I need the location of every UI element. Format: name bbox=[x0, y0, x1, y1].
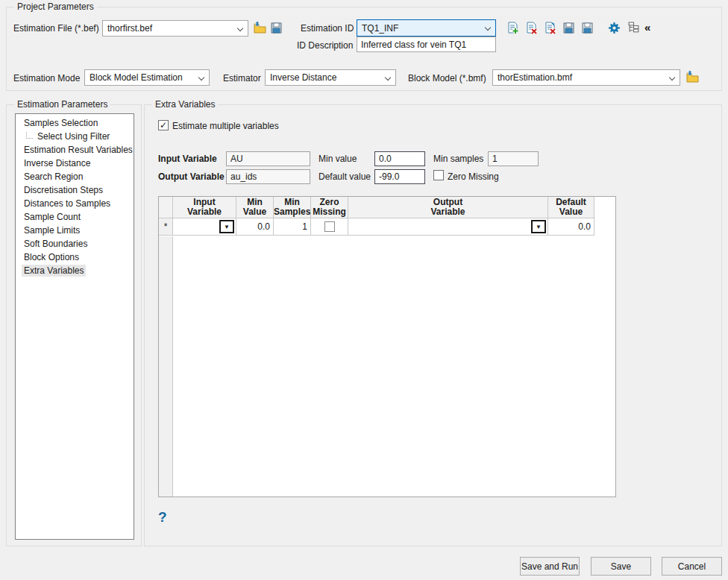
chevron-down-icon bbox=[385, 75, 391, 81]
estimation-file-label: Estimation File (*.bef) bbox=[13, 23, 99, 34]
save-estimation-copy-icon[interactable] bbox=[581, 22, 594, 34]
open-estimation-file-folder-icon[interactable] bbox=[254, 22, 266, 34]
output-variable-field[interactable]: au_ids bbox=[226, 169, 310, 184]
col-header-selector[interactable] bbox=[159, 197, 173, 218]
estimation-id-combo[interactable]: TQ1_INF bbox=[357, 19, 496, 37]
save-and-run-button[interactable]: Save and Run bbox=[520, 557, 580, 576]
chevron-down-icon bbox=[198, 75, 204, 81]
param-item-extra-variables[interactable]: Extra Variables bbox=[16, 264, 134, 277]
output-variable-label: Output Variable bbox=[158, 171, 225, 183]
param-item-discretisation-steps[interactable]: Discretisation Steps bbox=[16, 183, 134, 197]
open-block-model-folder-icon[interactable] bbox=[686, 71, 699, 83]
param-item-distances-to-samples[interactable]: Distances to Samples bbox=[16, 197, 134, 210]
zero-missing-label: Zero Missing bbox=[448, 171, 499, 183]
col-header-zero-missing[interactable]: Zero Missing bbox=[311, 197, 348, 218]
collapse-panel-icon[interactable]: « bbox=[644, 21, 650, 34]
row-default-value-cell[interactable]: 0.0 bbox=[548, 218, 594, 236]
min-value-label: Min value bbox=[318, 154, 357, 165]
chevron-down-icon bbox=[237, 25, 243, 31]
tree-branch-icon bbox=[26, 132, 33, 139]
table-row: * ▼ 0.0 1 ▼ 0.0 bbox=[159, 218, 615, 236]
check-icon: ✓ bbox=[160, 121, 167, 130]
param-item-estimation-result-variables[interactable]: Estimation Result Variables bbox=[16, 143, 134, 157]
col-header-min-value[interactable]: Min Value bbox=[236, 197, 274, 218]
param-item-sample-count[interactable]: Sample Count bbox=[16, 210, 134, 224]
row-zero-missing-cell[interactable] bbox=[311, 218, 348, 236]
chevron-down-icon bbox=[669, 75, 675, 81]
default-value-label: Default value bbox=[318, 171, 371, 183]
row-selector-column bbox=[159, 236, 173, 497]
tree-view-icon[interactable] bbox=[627, 22, 640, 34]
estimation-id-value: TQ1_INF bbox=[362, 23, 398, 34]
param-item-block-options[interactable]: Block Options bbox=[16, 250, 134, 264]
param-item-samples-selection[interactable]: Samples Selection bbox=[16, 116, 134, 130]
row-min-value-cell[interactable]: 0.0 bbox=[236, 218, 274, 236]
dropdown-button-icon[interactable]: ▼ bbox=[531, 220, 546, 233]
col-header-input-variable[interactable]: Input Variable bbox=[173, 197, 236, 218]
estimation-file-value: thorfirst.bef bbox=[107, 23, 152, 34]
zero-missing-checkbox[interactable] bbox=[433, 170, 444, 180]
id-description-field[interactable]: Inferred class for vein TQ1 bbox=[357, 37, 496, 52]
save-button[interactable]: Save bbox=[591, 557, 651, 576]
save-estimation-file-icon[interactable] bbox=[270, 22, 283, 34]
col-header-output-variable[interactable]: Output Variable bbox=[348, 197, 548, 218]
row-min-samples-cell[interactable]: 1 bbox=[274, 218, 311, 236]
param-item-select-using-filter[interactable]: Select Using Filter bbox=[16, 130, 134, 143]
delete-all-estimations-icon[interactable] bbox=[544, 22, 556, 34]
extra-variables-table: Input Variable Min Value Min Samples Zer… bbox=[158, 196, 616, 497]
estimate-multiple-variables-label: Estimate multiple variables bbox=[172, 121, 279, 132]
default-value-field[interactable]: -99.0 bbox=[374, 169, 425, 184]
new-estimation-icon[interactable] bbox=[506, 22, 519, 34]
param-item-soft-boundaries[interactable]: Soft Boundaries bbox=[16, 237, 134, 250]
chevron-down-icon bbox=[485, 25, 491, 31]
delete-estimation-icon[interactable] bbox=[525, 22, 538, 34]
block-model-value: thorEstimation.bmf bbox=[498, 72, 572, 83]
estimation-mode-combo[interactable]: Block Model Estimation bbox=[84, 69, 210, 86]
row-output-variable-cell[interactable]: ▼ bbox=[348, 218, 548, 236]
param-item-search-region[interactable]: Search Region bbox=[16, 170, 134, 183]
extra-variables-group: Extra Variables ✓ Estimate multiple vari… bbox=[144, 104, 722, 546]
input-variable-field[interactable]: AU bbox=[226, 151, 310, 166]
estimation-file-combo[interactable]: thorfirst.bef bbox=[102, 20, 248, 37]
estimate-multiple-variables-checkbox[interactable]: ✓ bbox=[158, 120, 169, 130]
param-item-inverse-distance[interactable]: Inverse Distance bbox=[16, 157, 134, 170]
min-samples-label: Min samples bbox=[433, 154, 483, 165]
min-value-field[interactable]: 0.0 bbox=[374, 151, 425, 166]
input-variable-label: Input Variable bbox=[158, 154, 217, 165]
settings-gear-icon[interactable] bbox=[608, 22, 621, 34]
estimator-value: Inverse Distance bbox=[270, 72, 336, 83]
extra-variables-group-label: Extra Variables bbox=[152, 99, 218, 110]
col-header-min-samples[interactable]: Min Samples bbox=[274, 197, 311, 218]
estimator-combo[interactable]: Inverse Distance bbox=[265, 69, 396, 86]
table-header-row: Input Variable Min Value Min Samples Zer… bbox=[159, 197, 615, 218]
block-model-combo[interactable]: thorEstimation.bmf bbox=[492, 69, 680, 86]
help-icon[interactable]: ? bbox=[158, 509, 167, 526]
block-model-label: Block Model (*.bmf) bbox=[408, 73, 486, 84]
cancel-button[interactable]: Cancel bbox=[662, 557, 722, 576]
estimation-mode-label: Estimation Mode bbox=[13, 73, 80, 84]
col-header-default-value[interactable]: Default Value bbox=[548, 197, 594, 218]
id-description-label: ID Description bbox=[297, 40, 353, 51]
row-selector-cell[interactable]: * bbox=[159, 218, 173, 236]
dropdown-button-icon[interactable]: ▼ bbox=[219, 220, 234, 233]
min-samples-field[interactable]: 1 bbox=[488, 151, 539, 166]
zero-missing-row-checkbox[interactable] bbox=[324, 221, 335, 232]
estimation-mode-value: Block Model Estimation bbox=[90, 72, 183, 83]
save-estimation-icon[interactable] bbox=[562, 22, 575, 34]
row-input-variable-cell[interactable]: ▼ bbox=[173, 218, 236, 236]
param-item-sample-limits[interactable]: Sample Limits bbox=[16, 224, 134, 237]
estimation-parameters-group: Estimation Parameters Samples Selection … bbox=[6, 104, 142, 546]
estimation-id-label: Estimation ID bbox=[301, 23, 354, 34]
id-description-value: Inferred class for vein TQ1 bbox=[361, 40, 466, 50]
estimation-parameters-list: Samples Selection Select Using Filter Es… bbox=[15, 113, 134, 540]
estimator-label: Estimator bbox=[223, 73, 261, 84]
project-parameters-group-label: Project Parameters bbox=[14, 1, 97, 12]
estimation-parameters-group-label: Estimation Parameters bbox=[14, 99, 110, 110]
